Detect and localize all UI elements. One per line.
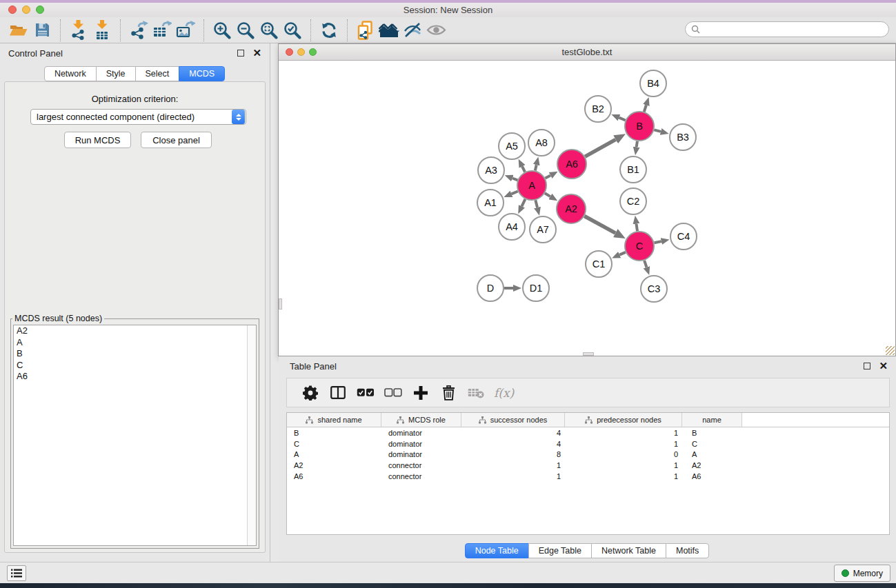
export-image-button[interactable]: [174, 19, 197, 41]
node-A5[interactable]: A5: [499, 133, 525, 159]
table-row[interactable]: Adominator80A: [287, 449, 889, 460]
node-A6[interactable]: A6: [557, 150, 586, 179]
zoom-window-button[interactable]: [36, 6, 44, 14]
function-builder-button[interactable]: f(x): [494, 386, 514, 400]
network-graph[interactable]: B4B2BB3B1A5A8A6A3AA1A4A7A2C2C4CC1C3DD1: [279, 61, 895, 356]
delete-column-button[interactable]: [435, 385, 462, 401]
splitter-grip-horizontal[interactable]: [583, 352, 594, 356]
tab-select[interactable]: Select: [135, 66, 180, 81]
home-button[interactable]: [377, 19, 401, 41]
eye-button[interactable]: [424, 19, 448, 41]
float-panel-icon[interactable]: [237, 50, 244, 57]
criterion-select[interactable]: largest connected component (directed): [30, 109, 246, 125]
node-D[interactable]: D: [477, 275, 504, 301]
column-header-name[interactable]: name: [682, 413, 742, 427]
edge-C-C2[interactable]: [637, 224, 638, 232]
node-C3[interactable]: C3: [641, 276, 667, 302]
splitter-grip-vertical[interactable]: [279, 298, 282, 310]
zoom-fit-button[interactable]: [257, 19, 281, 41]
close-window-button[interactable]: [8, 6, 17, 14]
tab-mcds[interactable]: MCDS: [179, 66, 225, 81]
list-scrollbar[interactable]: [247, 325, 256, 545]
column-header-successor-nodes[interactable]: successor nodes: [461, 413, 565, 427]
table-row[interactable]: Cdominator41C: [287, 438, 889, 449]
edge-C-C4[interactable]: [655, 241, 661, 243]
mcds-result-item[interactable]: A2: [14, 325, 256, 337]
node-A4[interactable]: A4: [499, 214, 525, 240]
import-network-button[interactable]: [67, 19, 90, 41]
node-A8[interactable]: A8: [528, 130, 555, 156]
node-C2[interactable]: C2: [620, 188, 646, 214]
run-mcds-button[interactable]: Run MCDS: [64, 132, 131, 148]
tab-motifs[interactable]: Motifs: [666, 543, 709, 558]
minimize-network-window-button[interactable]: [297, 48, 305, 56]
table-settings-button[interactable]: [297, 385, 324, 401]
edge-A2-C[interactable]: [584, 216, 615, 234]
search-field[interactable]: [685, 21, 889, 37]
node-A2[interactable]: A2: [557, 194, 586, 223]
edge-C-C3[interactable]: [644, 261, 646, 267]
edge-A-A1[interactable]: [512, 192, 518, 194]
edge-B-B1[interactable]: [637, 141, 637, 148]
node-C[interactable]: C: [625, 232, 654, 261]
table-row[interactable]: Bdominator41B: [287, 427, 889, 438]
node-A7[interactable]: A7: [530, 216, 556, 243]
zoom-selected-button[interactable]: [281, 19, 304, 41]
close-panel-button[interactable]: Close panel: [141, 132, 212, 148]
import-table-button[interactable]: [90, 19, 114, 41]
zoom-in-button[interactable]: [210, 19, 234, 41]
export-table-button[interactable]: [150, 19, 174, 41]
close-network-window-button[interactable]: [286, 48, 293, 56]
close-panel-icon[interactable]: ✕: [252, 50, 261, 57]
window-resize-grip[interactable]: [886, 346, 895, 355]
edge-A-A4[interactable]: [521, 199, 525, 207]
node-B2[interactable]: B2: [585, 96, 611, 122]
mcds-result-item[interactable]: B: [14, 348, 256, 360]
edge-A-A5[interactable]: [522, 166, 525, 172]
tab-network[interactable]: Network: [44, 66, 97, 81]
edge-A-A7[interactable]: [535, 200, 537, 207]
edge-C-C1[interactable]: [619, 252, 626, 255]
node-B4[interactable]: B4: [640, 70, 666, 97]
network-canvas[interactable]: B4B2BB3B1A5A8A6A3AA1A4A7A2C2C4CC1C3DD1: [279, 61, 895, 356]
edge-A-A3[interactable]: [512, 179, 518, 181]
tab-node-table[interactable]: Node Table: [465, 543, 529, 558]
column-header-shared-name[interactable]: shared name: [287, 413, 381, 427]
show-graphics-details-button[interactable]: [401, 19, 424, 41]
deselect-all-button[interactable]: [379, 388, 407, 397]
edge-B-B4[interactable]: [644, 105, 646, 112]
memory-button[interactable]: Memory: [834, 565, 890, 582]
column-header-mcds-role[interactable]: MCDS role: [381, 413, 461, 427]
node-B1[interactable]: B1: [620, 156, 646, 183]
tab-edge-table[interactable]: Edge Table: [528, 543, 592, 558]
node-table[interactable]: shared nameMCDS rolesuccessor nodesprede…: [286, 412, 890, 535]
minimize-window-button[interactable]: [22, 6, 30, 14]
save-session-button[interactable]: [30, 19, 54, 41]
float-table-panel-icon[interactable]: [864, 363, 870, 369]
mcds-result-item[interactable]: C: [14, 360, 256, 372]
edge-B-B2[interactable]: [619, 118, 626, 121]
node-A1[interactable]: A1: [477, 190, 504, 216]
refresh-button[interactable]: [317, 19, 341, 41]
node-B[interactable]: B: [625, 112, 654, 141]
tab-style[interactable]: Style: [96, 66, 136, 81]
edge-A-A2[interactable]: [545, 193, 550, 196]
node-B3[interactable]: B3: [670, 124, 696, 150]
table-row[interactable]: A6connector11A6: [287, 471, 889, 482]
node-D1[interactable]: D1: [523, 275, 549, 301]
split-view-button[interactable]: [324, 386, 352, 399]
node-A3[interactable]: A3: [478, 157, 504, 183]
mcds-result-list[interactable]: A2ABCA6: [13, 325, 257, 546]
mcds-result-item[interactable]: A6: [14, 371, 256, 383]
add-column-button[interactable]: [407, 386, 435, 400]
column-header-predecessor-nodes[interactable]: predecessor nodes: [565, 413, 682, 427]
node-C1[interactable]: C1: [586, 251, 612, 277]
node-A[interactable]: A: [517, 171, 546, 200]
close-table-panel-icon[interactable]: ✕: [879, 363, 888, 369]
clone-network-button[interactable]: [354, 19, 377, 41]
edge-A6-B[interactable]: [585, 139, 615, 156]
task-list-button[interactable]: [7, 565, 26, 581]
edge-B-B3[interactable]: [654, 130, 661, 132]
search-input[interactable]: [704, 25, 888, 34]
node-C4[interactable]: C4: [670, 223, 697, 250]
